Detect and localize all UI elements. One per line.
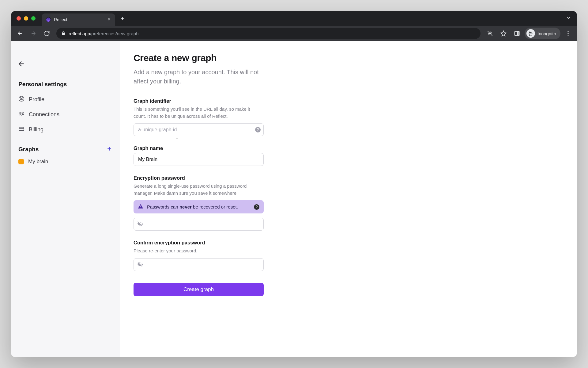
browser-tab[interactable]: Reflect xyxy=(42,13,115,26)
graph-color-swatch xyxy=(18,159,24,164)
main-content: Create a new graph Add a new graph to yo… xyxy=(120,41,577,357)
text-cursor-icon xyxy=(176,134,178,139)
tabs-overflow-button[interactable] xyxy=(566,15,571,22)
mac-window-controls xyxy=(17,16,36,21)
sidebar-item-billing[interactable]: Billing xyxy=(17,122,114,137)
sidebar-heading-personal: Personal settings xyxy=(17,79,114,92)
identifier-help: This is something you'll see in the URL … xyxy=(134,106,264,120)
password-label: Encryption password xyxy=(134,175,264,181)
confirm-password-input[interactable] xyxy=(134,258,264,271)
warning-icon xyxy=(138,204,143,210)
password-warning-banner: Passwords can never be recovered or rese… xyxy=(134,200,264,213)
confirm-help: Please re-enter your password. xyxy=(134,247,264,255)
password-warning-text: Passwords can never be recovered or rese… xyxy=(147,204,250,209)
incognito-indicator-icon[interactable] xyxy=(484,28,496,39)
sidebar-heading-graphs: Graphs xyxy=(18,146,39,153)
incognito-label: Incognito xyxy=(537,31,556,36)
incognito-icon xyxy=(526,29,535,38)
mac-close-button[interactable] xyxy=(17,16,21,21)
add-graph-button[interactable] xyxy=(106,146,112,153)
browser-menu-button[interactable] xyxy=(562,28,574,39)
bookmark-button[interactable] xyxy=(498,28,509,39)
create-graph-button[interactable]: Create graph xyxy=(134,283,264,296)
svg-rect-2 xyxy=(518,31,519,35)
address-bar[interactable]: reflect.app/preferences/new-graph xyxy=(56,28,481,39)
nav-reload-button[interactable] xyxy=(41,28,53,39)
svg-point-3 xyxy=(567,31,568,32)
nav-back-button[interactable] xyxy=(14,28,26,39)
help-icon[interactable]: ? xyxy=(255,127,261,132)
incognito-badge[interactable]: Incognito xyxy=(525,28,560,39)
url-path: /preferences/new-graph xyxy=(90,31,138,36)
close-tab-icon[interactable] xyxy=(107,17,111,22)
side-panel-button[interactable] xyxy=(511,28,523,39)
name-input[interactable] xyxy=(134,153,264,166)
svg-point-9 xyxy=(22,112,23,113)
identifier-label: Graph identifier xyxy=(134,98,264,104)
lock-icon xyxy=(61,31,66,36)
settings-sidebar: Personal settings Profile Connections xyxy=(11,41,120,357)
sidebar-item-label: Profile xyxy=(29,96,44,103)
password-help: Generate a long single-use password usin… xyxy=(134,183,264,197)
sidebar-item-label: Connections xyxy=(29,111,59,118)
eye-off-icon[interactable] xyxy=(137,220,143,228)
browser-toolbar: reflect.app/preferences/new-graph Incogn… xyxy=(11,26,577,41)
name-label: Graph name xyxy=(134,145,264,151)
nav-forward-button[interactable] xyxy=(28,28,39,39)
tab-favicon xyxy=(46,17,51,22)
help-icon[interactable]: ? xyxy=(254,204,259,210)
confirm-label: Confirm encryption password xyxy=(134,240,264,246)
identifier-input[interactable] xyxy=(134,123,264,136)
mac-minimize-button[interactable] xyxy=(24,16,28,21)
billing-icon xyxy=(18,126,24,133)
page-title: Create a new graph xyxy=(134,53,264,63)
svg-point-6 xyxy=(21,97,22,99)
mac-maximize-button[interactable] xyxy=(31,16,36,21)
sidebar-item-profile[interactable]: Profile xyxy=(17,92,114,107)
new-tab-button[interactable] xyxy=(118,13,127,23)
tab-title: Reflect xyxy=(54,17,104,22)
eye-off-icon[interactable] xyxy=(137,261,143,268)
url-domain: reflect.app xyxy=(69,31,90,36)
connections-icon xyxy=(18,111,24,118)
sidebar-graph-item[interactable]: My brain xyxy=(17,155,114,168)
svg-point-4 xyxy=(567,33,568,34)
password-input[interactable] xyxy=(134,218,264,231)
sidebar-item-label: Billing xyxy=(29,126,43,133)
page-subtitle: Add a new graph to your account. This wi… xyxy=(134,67,264,86)
sidebar-graph-label: My brain xyxy=(28,159,48,165)
browser-window: Reflect xyxy=(11,11,577,357)
svg-point-8 xyxy=(20,112,21,114)
sidebar-item-connections[interactable]: Connections xyxy=(17,107,114,122)
sidebar-back-button[interactable] xyxy=(15,58,28,70)
svg-point-5 xyxy=(567,35,568,36)
profile-icon xyxy=(18,96,24,103)
browser-tab-strip: Reflect xyxy=(11,11,577,26)
svg-rect-10 xyxy=(19,127,24,131)
